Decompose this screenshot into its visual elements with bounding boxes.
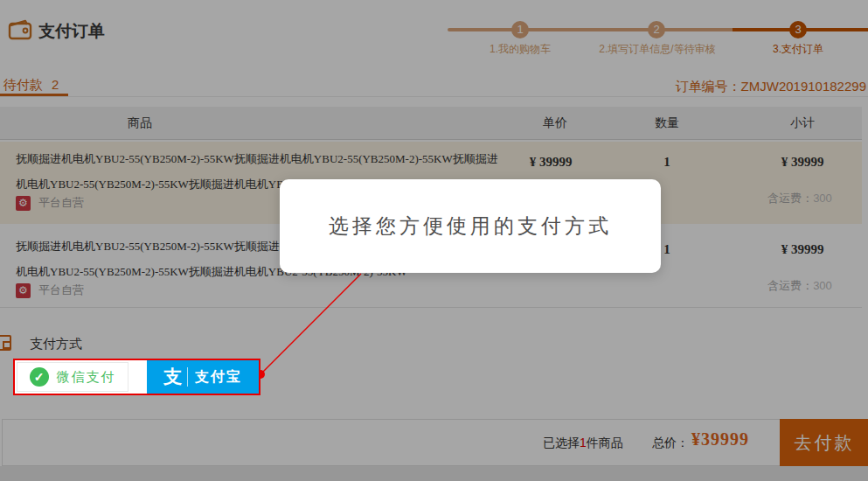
alipay-button[interactable]: 支 支付宝 <box>147 360 259 394</box>
wechat-pay-button[interactable]: ✓ 微信支付 <box>17 362 128 392</box>
wechat-pay-label: 微信支付 <box>57 369 116 386</box>
wechat-pay-icon: ✓ <box>30 367 49 387</box>
tour-tooltip: 选择您方便使用的支付方式 <box>280 179 661 273</box>
tour-tooltip-text: 选择您方便使用的支付方式 <box>329 213 612 240</box>
payment-order-page: 支付订单 1 2 3 1.我的购物车 2.填写订单信息/等待审核 3.支付订单 … <box>0 0 868 481</box>
alipay-icon: 支 <box>163 365 182 389</box>
alipay-divider <box>187 367 188 387</box>
alipay-label: 支付宝 <box>195 368 242 387</box>
payment-options-highlight-box: ✓ 微信支付 支 支付宝 <box>13 359 260 395</box>
